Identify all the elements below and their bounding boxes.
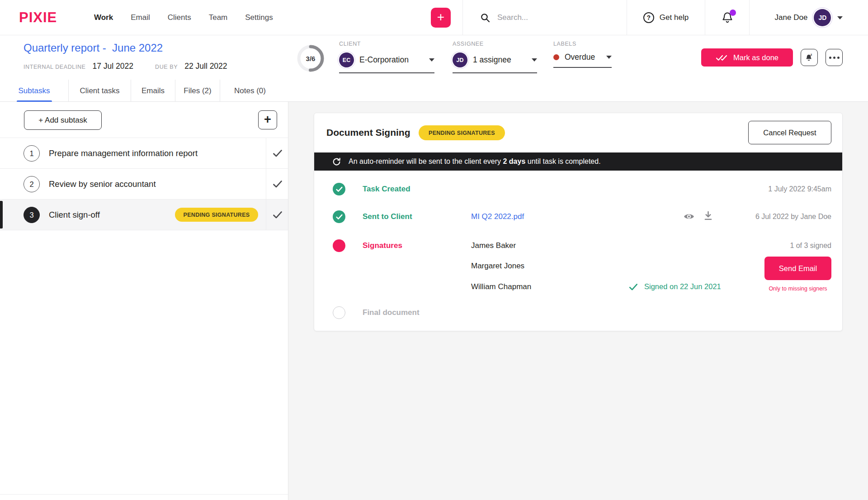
chevron-down-icon (837, 16, 843, 19)
internal-deadline-label: INTERNAL DEADLINE (24, 64, 86, 70)
view-file-button[interactable] (683, 213, 695, 220)
user-name: Jane Doe (775, 13, 808, 22)
pending-signatures-badge: PENDING SIGNATURES (175, 208, 258, 222)
progress-value: 3/6 (296, 43, 326, 73)
progress-ring: 3/6 (296, 43, 326, 73)
chevron-down-icon (606, 56, 612, 59)
check-icon (273, 211, 283, 219)
labels-dropdown: LABELS Overdue (553, 41, 612, 68)
assignee-label: ASSIGNEE (453, 41, 537, 47)
internal-deadline-value: 17 Jul 2022 (93, 62, 134, 71)
subtask-row-1[interactable]: 1 Prepare management information report (0, 138, 288, 169)
more-options-button[interactable] (826, 49, 843, 66)
add-subtask-plus-button[interactable] (258, 110, 277, 129)
nav-item-settings[interactable]: Settings (245, 13, 273, 22)
assignee-value: 1 assignee (473, 55, 511, 65)
tab-emails[interactable]: Emails (131, 80, 175, 102)
nav-item-email[interactable]: Email (131, 13, 150, 22)
subtask-number: 3 (24, 207, 40, 223)
user-menu[interactable]: Jane Doe JD (749, 0, 868, 35)
subtask-title: Review by senior accountant (49, 169, 156, 200)
add-subtask-button[interactable]: + Add subtask (24, 110, 102, 130)
primary-nav: Work Email Clients Team Settings (94, 0, 273, 35)
task-deadlines: INTERNAL DEADLINE 17 Jul 2022 DUE BY 22 … (24, 62, 227, 71)
assignee-avatar: JD (453, 52, 467, 67)
ellipsis-icon (829, 57, 831, 59)
subtask-row-2[interactable]: 2 Review by senior accountant (0, 169, 288, 200)
due-by-label: DUE BY (155, 64, 178, 70)
user-avatar: JD (814, 9, 831, 26)
snooze-notifications-button[interactable]: z (801, 49, 818, 66)
subtask-complete-toggle[interactable] (266, 169, 288, 199)
task-tabs: Subtasks Client tasks Emails Files (2) N… (0, 80, 868, 102)
step-task-created: Task Created (363, 185, 410, 194)
step-final-document: Final document (363, 308, 420, 317)
document-signing-card: Document Signing PENDING SIGNATURES Canc… (314, 113, 843, 331)
client-name: E-Corporation (359, 55, 409, 65)
task-title-link[interactable]: Quarterly report - June 2022 (24, 42, 163, 54)
nav-item-clients[interactable]: Clients (168, 13, 191, 22)
notification-unread-dot (730, 10, 736, 16)
chevron-down-icon (429, 58, 434, 62)
get-help-section[interactable]: Get help (627, 0, 705, 35)
card-title: Document Signing (326, 127, 410, 138)
notifications-section (705, 0, 749, 35)
get-help-label: Get help (660, 13, 689, 22)
subtask-complete-toggle[interactable] (266, 138, 288, 168)
eye-icon (683, 213, 695, 220)
sent-file-link[interactable]: MI Q2 2022.pdf (471, 212, 524, 221)
signed-check-icon (629, 283, 638, 290)
download-file-button[interactable] (704, 211, 712, 221)
nav-item-work[interactable]: Work (94, 13, 113, 22)
task-created-timestamp: 1 July 2022 9:45am (768, 185, 831, 193)
step-complete-icon (333, 210, 345, 223)
due-by-value: 22 Jull 2022 (184, 62, 227, 71)
signed-count: 1 of 3 signed (790, 242, 831, 250)
auto-reminder-banner: An auto-reminder will be sent to the cli… (314, 152, 842, 171)
signer-name: Margaret Jones (471, 262, 524, 271)
labels-label: LABELS (553, 41, 612, 47)
tab-client-tasks[interactable]: Client tasks (69, 80, 131, 102)
help-icon (643, 12, 654, 23)
refresh-icon (332, 157, 341, 166)
pixie-logo[interactable]: PIXIE (19, 0, 57, 35)
cancel-request-button[interactable]: Cancel Request (748, 121, 831, 144)
add-subtask-row: + Add subtask (0, 102, 288, 138)
overdue-dot-icon (553, 54, 559, 60)
subtask-number: 2 (24, 176, 40, 192)
signed-status: Signed on 22 Jun 2021 (629, 282, 721, 291)
nav-item-team[interactable]: Team (209, 13, 228, 22)
signer-name: William Chapman (471, 282, 531, 291)
tab-subtasks[interactable]: Subtasks (0, 80, 69, 102)
labels-value: Overdue (565, 52, 595, 62)
subtask-row-3-selected[interactable]: 3 Client sign-off PENDING SIGNATURES (0, 200, 288, 230)
notifications-bell-icon[interactable] (721, 11, 734, 24)
client-select[interactable]: EC E-Corporation (339, 52, 434, 73)
labels-select[interactable]: Overdue (553, 52, 612, 68)
download-icon (704, 211, 712, 221)
global-add-button[interactable] (431, 8, 451, 28)
subtasks-panel: + Add subtask 1 Prepare management infor… (0, 102, 288, 500)
search-icon (480, 13, 490, 23)
subtask-detail-panel: Document Signing PENDING SIGNATURES Canc… (288, 102, 868, 500)
step-sent-to-client: Sent to Client (363, 212, 412, 221)
search-input[interactable] (497, 13, 597, 22)
mark-as-done-button[interactable]: Mark as done (701, 48, 793, 67)
banner-text: An auto-reminder will be sent to the cli… (349, 157, 601, 166)
tab-notes[interactable]: Notes (0) (220, 80, 280, 102)
signer-name: James Baker (471, 241, 516, 250)
step-pending-icon (333, 239, 345, 252)
subtask-number: 1 (24, 145, 40, 162)
sent-to-client-timestamp: 6 Jul 2022 by Jane Doe (755, 213, 831, 221)
chevron-down-icon (532, 58, 537, 62)
search-section (462, 0, 627, 35)
tab-files[interactable]: Files (2) (175, 80, 220, 102)
selected-indicator-bar (0, 201, 3, 229)
subtask-complete-toggle[interactable] (266, 200, 288, 230)
step-incomplete-icon (333, 306, 345, 319)
mark-as-done-label: Mark as done (733, 53, 778, 62)
send-email-button[interactable]: Send Email (764, 257, 831, 280)
assignee-select[interactable]: JD 1 assignee (453, 52, 537, 73)
app-root: PIXIE Work Email Clients Team Settings G… (0, 0, 868, 500)
top-bar: PIXIE Work Email Clients Team Settings G… (0, 0, 868, 35)
